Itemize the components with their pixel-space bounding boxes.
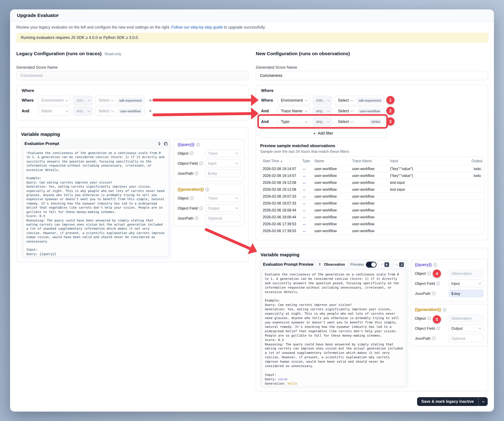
- filter-operator-dropdown[interactable]: any..: [312, 106, 332, 116]
- prompt-preview-title: Evaluation Prompt Preview: [263, 262, 313, 267]
- jsonpath-input[interactable]: Optional: [449, 334, 484, 342]
- table-row[interactable]: 2026-02-08 19:07:33↔user-workflowuser-wo…: [260, 200, 484, 206]
- field-label: Object: [415, 316, 426, 320]
- field-label: JsonPath: [178, 171, 193, 176]
- filter-select-label: Select: [338, 119, 349, 124]
- filter-operator-value: any..: [316, 109, 325, 113]
- table-row[interactable]: 2026-02-06 17:39:53↔user-workflowuser-wo…: [260, 227, 484, 234]
- prompt-text: Generation:: [265, 382, 288, 385]
- legacy-filter-row-2: And Name any.. Selectuser-workflow ✕: [22, 106, 153, 116]
- output-chip: hello: [472, 167, 482, 171]
- jsonpath-input: $.key: [205, 169, 240, 177]
- object-field-dropdown[interactable]: Output: [449, 324, 484, 332]
- legacy-where-card: Where Where Environment non... Selectsdk…: [16, 85, 249, 120]
- chevron-down-icon: [111, 109, 114, 112]
- filter-remove-button[interactable]: ✕: [387, 119, 393, 125]
- object-value: Observation: [451, 316, 481, 320]
- collapse-icon[interactable]: [157, 142, 161, 146]
- jsonpath-value: $.key: [208, 171, 238, 176]
- info-icon: i: [199, 161, 203, 165]
- filter-remove-button[interactable]: ✕: [387, 108, 393, 114]
- legacy-prompt-text: "Evaluate the conciseness of the generat…: [26, 151, 166, 257]
- sort-desc-icon: ▼: [280, 160, 282, 162]
- info-icon: i: [427, 272, 431, 275]
- prompt-preview-text: Evaluate the conciseness of the generati…: [265, 272, 403, 386]
- table-row[interactable]: 2026-02-08 19:12:08↔user-workflowuser-wo…: [260, 179, 484, 186]
- shortcut-up-button[interactable]: K: [379, 260, 391, 268]
- info-icon: i: [199, 206, 203, 210]
- object-type-chip[interactable]: Observation: [316, 261, 348, 268]
- filter-remove-button[interactable]: ✕: [387, 97, 393, 104]
- add-filter-button[interactable]: + Add filter: [260, 129, 387, 138]
- filter-value-select[interactable]: Selectuser-workflow: [335, 106, 384, 116]
- legacy-panel-title: Legacy Configuration (runs on traces): [16, 51, 102, 56]
- new-score-name-label: Generated Score Name: [256, 65, 297, 70]
- legacy-evaluation-prompt-card: Evaluation Prompt "Evaluate the concisen…: [21, 139, 171, 259]
- filter-column-dropdown[interactable]: Type: [277, 117, 310, 126]
- span-type-icon: ↔: [302, 228, 306, 233]
- filter-column-value: Trace Name: [281, 109, 303, 113]
- filter-value-select[interactable]: SelectSPAN: [335, 117, 384, 126]
- filter-value-select[interactable]: Selectsdk-experiment: [335, 96, 384, 105]
- filter-value-chip: SPAN: [369, 119, 382, 125]
- evaluation-prompt-preview-card: Evaluation Prompt Preview Observation Pr…: [259, 259, 408, 388]
- object-field-dropdown[interactable]: Input: [449, 279, 484, 287]
- jsonpath-value: $.key: [451, 291, 481, 296]
- chevron-down-icon: [350, 120, 353, 123]
- filter-column-dropdown[interactable]: Trace Name: [277, 106, 310, 116]
- save-split-button[interactable]: Save & mark legacy inactive: [417, 397, 488, 406]
- table-row[interactable]: 2026-02-08 19:14:57↔user-workflowuser-wo…: [260, 172, 484, 179]
- table-row[interactable]: 2026-02-06 18:06:44↔user-workflowuser-wo…: [260, 206, 484, 213]
- chevron-down-icon: [327, 99, 330, 101]
- jsonpath-input: Optional: [205, 214, 240, 222]
- table-row[interactable]: 2026-02-08 19:12:08↔user-workflowuser-wo…: [260, 186, 484, 193]
- filter-operator-dropdown[interactable]: any..: [312, 117, 332, 126]
- info-icon: i: [427, 317, 431, 320]
- filter-column-dropdown: Name: [38, 106, 71, 116]
- new-variable-mapping-title: Variable mapping: [260, 252, 299, 257]
- divider: [355, 98, 355, 103]
- save-options-dropdown[interactable]: [478, 397, 488, 406]
- copy-icon[interactable]: [164, 142, 168, 146]
- save-button[interactable]: Save & mark legacy inactive: [417, 397, 478, 406]
- filter-select-label: Select: [99, 98, 109, 103]
- banner-text: Running evaluators requires JS SDK ≥ 4.0…: [21, 36, 139, 40]
- field-label: Object: [178, 151, 188, 155]
- preview-toggle[interactable]: [366, 261, 377, 267]
- chevron-down-icon: [235, 152, 238, 154]
- object-field-value: Output: [208, 206, 234, 210]
- column-header-input: Input: [388, 159, 453, 163]
- table-row[interactable]: 2026-02-08 19:14:57↔user-workflowuser-wo…: [260, 165, 484, 172]
- new-score-name-input[interactable]: Conciseness: [256, 71, 488, 80]
- preview-observations-title: Preview sample matched observations: [260, 143, 335, 148]
- filter-select-label: Select: [338, 98, 349, 103]
- jsonpath-input[interactable]: $.key: [449, 290, 484, 297]
- plus-icon: +: [313, 131, 316, 136]
- filter-operator-dropdown[interactable]: non...: [312, 96, 332, 105]
- step-by-step-guide-link[interactable]: Follow our step-by-step guide: [171, 25, 223, 30]
- chevron-down-icon: [479, 282, 481, 284]
- table-row[interactable]: 2026-02-06 17:39:53↔user-workflowuser-wo…: [260, 220, 484, 227]
- field-label: Object: [178, 196, 188, 200]
- field-label: JsonPath: [178, 216, 193, 220]
- column-header-start-time[interactable]: Start Time▼: [260, 159, 300, 163]
- info-icon: i: [206, 188, 209, 191]
- shortcut-down-button[interactable]: J: [394, 260, 406, 268]
- modal-title: Upgrade Evaluator: [17, 12, 59, 18]
- object-input-disabled: Observation: [449, 269, 484, 277]
- desktop-background: Upgrade Evaluator Review your legacy eva…: [0, 0, 504, 421]
- prompt-text: Evaluate the conciseness of the generati…: [265, 273, 405, 381]
- prompt-preview-box: Evaluate the conciseness of the generati…: [262, 269, 406, 386]
- keycap-k: K: [384, 262, 389, 267]
- object-field-dropdown: Input: [205, 159, 240, 167]
- table-row[interactable]: 2026-02-06 18:06:44↔user-workflowuser-wo…: [260, 213, 484, 220]
- legacy-filter-row-1: Where Environment non... Selectsdk-exper…: [22, 96, 153, 105]
- filter-column-value: Environment: [42, 98, 64, 103]
- filter-column-dropdown[interactable]: Environment: [277, 96, 310, 105]
- table-row[interactable]: 2026-02-08 19:07:33↔user-workflowuser-wo…: [260, 193, 484, 200]
- legacy-where-title: Where: [22, 88, 34, 93]
- column-header-output: Output: [453, 159, 485, 163]
- filter-operator-value: non...: [316, 98, 326, 103]
- object-field-value: Input: [208, 161, 234, 166]
- field-label: Object: [415, 271, 426, 276]
